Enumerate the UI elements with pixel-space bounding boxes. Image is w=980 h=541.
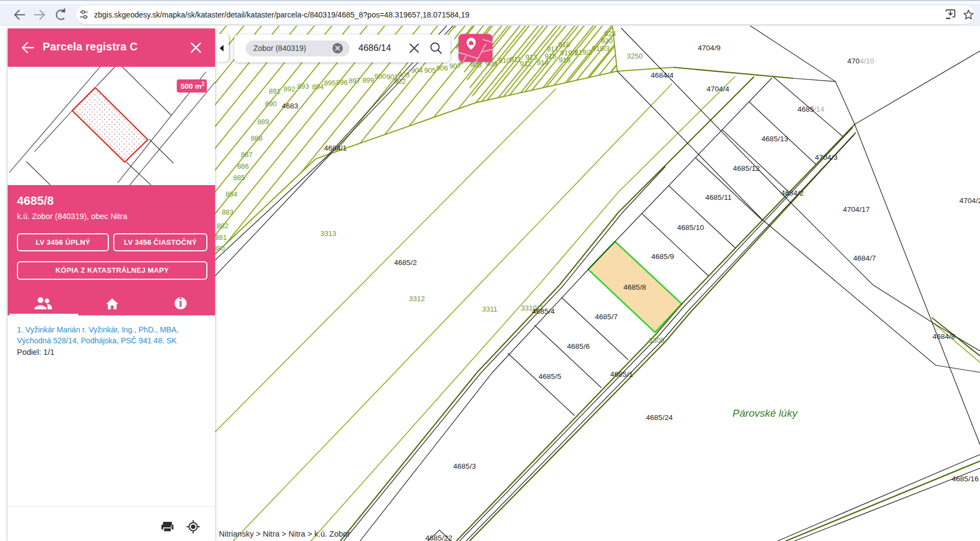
svg-text:3250: 3250 — [627, 52, 643, 60]
svg-text:4685/4: 4685/4 — [532, 307, 555, 315]
svg-text:4685/16: 4685/16 — [952, 475, 979, 483]
svg-text:897: 897 — [349, 77, 361, 85]
svg-text:895: 895 — [324, 79, 336, 87]
svg-text:4685/8: 4685/8 — [623, 283, 646, 291]
svg-text:883: 883 — [222, 208, 234, 216]
svg-text:884: 884 — [225, 190, 237, 198]
svg-text:887: 887 — [241, 151, 253, 159]
svg-text:889: 889 — [257, 118, 269, 126]
svg-text:4704/3: 4704/3 — [815, 153, 837, 162]
svg-text:888: 888 — [251, 134, 263, 142]
svg-text:4685/24: 4685/24 — [646, 413, 673, 422]
svg-text:918: 918 — [558, 41, 570, 49]
svg-text:4685/1: 4685/1 — [610, 370, 633, 378]
svg-text:903: 903 — [398, 71, 410, 79]
svg-text:896: 896 — [336, 78, 348, 87]
svg-text:4684/7: 4684/7 — [853, 254, 875, 262]
svg-text:3312: 3312 — [409, 295, 425, 303]
svg-text:899: 899 — [362, 76, 374, 84]
svg-text:4684/4: 4684/4 — [651, 71, 674, 79]
svg-text:900: 900 — [374, 72, 386, 80]
svg-text:4685/7: 4685/7 — [595, 313, 617, 321]
svg-text:3313: 3313 — [321, 229, 337, 238]
svg-text:4685/13: 4685/13 — [762, 135, 788, 143]
svg-text:3309: 3309 — [649, 336, 665, 344]
svg-text:882: 882 — [217, 222, 229, 230]
svg-text:4684/8: 4684/8 — [932, 332, 955, 341]
svg-text:4685/9: 4685/9 — [651, 252, 674, 261]
svg-text:4685/14: 4685/14 — [798, 105, 825, 113]
svg-text:4685/5: 4685/5 — [538, 372, 561, 381]
svg-text:894: 894 — [312, 83, 324, 91]
svg-text:4685/3: 4685/3 — [453, 462, 475, 470]
svg-text:4683: 4683 — [282, 102, 298, 110]
svg-text:892: 892 — [283, 85, 295, 93]
svg-text:919/3: 919/3 — [592, 44, 610, 53]
svg-text:4685/12: 4685/12 — [733, 164, 760, 172]
svg-text:4704/4: 4704/4 — [706, 85, 729, 93]
svg-text:915: 915 — [544, 52, 556, 60]
svg-text:3311: 3311 — [482, 305, 497, 313]
svg-text:4685/22: 4685/22 — [426, 534, 453, 541]
svg-text:916: 916 — [559, 56, 571, 64]
svg-text:4685/2: 4685/2 — [394, 258, 416, 267]
svg-text:4684/2: 4684/2 — [781, 189, 803, 197]
svg-text:919/2: 919/2 — [575, 48, 593, 56]
svg-text:924: 924 — [604, 30, 616, 38]
svg-text:4704/2: 4704/2 — [959, 197, 980, 205]
svg-text:4704/17: 4704/17 — [843, 205, 870, 214]
svg-text:890: 890 — [265, 100, 277, 108]
svg-text:4704/9: 4704/9 — [698, 44, 720, 52]
svg-text:913: 913 — [525, 53, 537, 61]
svg-text:4685/11: 4685/11 — [705, 193, 732, 202]
svg-text:885: 885 — [233, 174, 245, 182]
svg-text:Párovské lúky: Párovské lúky — [733, 407, 798, 419]
svg-text:881: 881 — [215, 233, 227, 241]
svg-text:886: 886 — [237, 162, 249, 170]
svg-text:4685/10: 4685/10 — [677, 223, 704, 232]
svg-text:910: 910 — [498, 56, 511, 65]
svg-text:4704/10: 4704/10 — [848, 57, 874, 65]
svg-text:880: 880 — [215, 244, 225, 252]
svg-text:917: 917 — [547, 45, 559, 53]
svg-text:893: 893 — [297, 82, 309, 90]
svg-text:4685/6: 4685/6 — [567, 342, 589, 350]
svg-text:920: 920 — [601, 37, 613, 45]
svg-text:4684/1: 4684/1 — [324, 144, 346, 152]
svg-text:891: 891 — [269, 87, 281, 95]
